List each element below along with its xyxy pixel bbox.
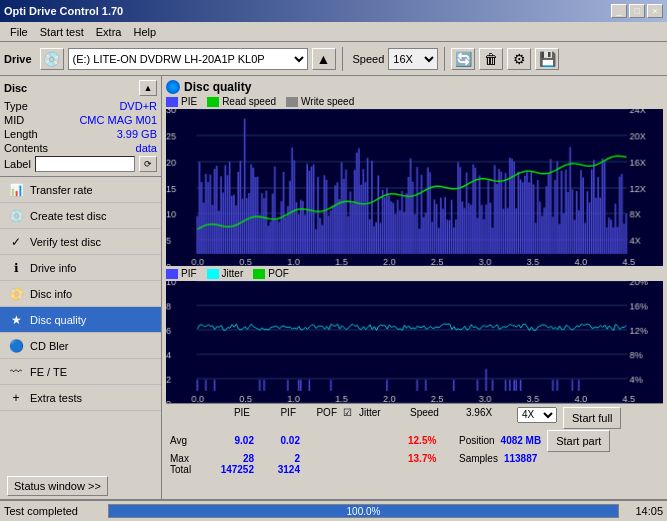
menu-file[interactable]: File [4, 24, 34, 40]
legend-pof-color [253, 269, 265, 279]
disc-length-label: Length [4, 128, 38, 140]
disc-length-row: Length 3.99 GB [4, 128, 157, 140]
progress-text: 100.0% [109, 505, 618, 517]
jitter-max: 13.7% [408, 453, 453, 464]
disc-quality-icon: ★ [8, 312, 24, 328]
disc-contents-label: Contents [4, 142, 48, 154]
legend-read-speed-label: Read speed [222, 96, 276, 107]
nav-item-drive-info[interactable]: ℹ Drive info [0, 255, 161, 281]
chart-title: Disc quality [184, 80, 251, 94]
chart2-canvas [166, 281, 663, 403]
nav-item-disc-quality[interactable]: ★ Disc quality [0, 307, 161, 333]
legend-jitter: Jitter [207, 268, 244, 279]
disc-contents-row: Contents data [4, 142, 157, 154]
pif-avg: 0.02 [260, 435, 300, 446]
status-btn-container: Status window >> [0, 473, 161, 499]
nav-label-extra-tests: Extra tests [30, 392, 82, 404]
avg-label: Avg [170, 435, 198, 446]
disc-title: Disc [4, 82, 27, 94]
stats-avg-row: Avg 9.02 0.02 12.5% Position 4082 MB Sta… [170, 430, 659, 452]
speed-mode-select[interactable]: 4X [517, 407, 557, 423]
position-value: 4082 MB [501, 435, 542, 446]
drive-select[interactable]: (E:) LITE-ON DVDRW LH-20A1P KL0P [68, 48, 308, 70]
nav-item-create-test-disc[interactable]: 💿 Create test disc [0, 203, 161, 229]
stats-pie-header: PIE [200, 407, 250, 429]
nav-item-fe-te[interactable]: 〰 FE / TE [0, 359, 161, 385]
position-label: Position [459, 435, 495, 446]
legend-pof-label: POF [268, 268, 289, 279]
separator-2 [444, 47, 445, 71]
stats-header: PIE PIF POF ☑ Jitter Speed 3.96X 4X Star… [170, 407, 659, 429]
stats-pof-header: POF [302, 407, 337, 429]
start-part-button[interactable]: Start part [547, 430, 610, 452]
stats-speed-value: 3.96X [466, 407, 511, 429]
disc-label-row: Label ⟳ [4, 156, 157, 172]
menu-start-test[interactable]: Start test [34, 24, 90, 40]
nav-item-cd-bler[interactable]: 🔵 CD Bler [0, 333, 161, 359]
erase-button[interactable]: 🗑 [479, 48, 503, 70]
legend-pif: PIF [166, 268, 197, 279]
status-text: Test completed [4, 505, 104, 517]
nav-item-transfer-rate[interactable]: 📊 Transfer rate [0, 177, 161, 203]
left-panel: Disc ▲ Type DVD+R MID CMC MAG M01 Length… [0, 76, 162, 499]
legend-jitter-color [207, 269, 219, 279]
disc-mid-value: CMC MAG M01 [79, 114, 157, 126]
settings-button[interactable]: ⚙ [507, 48, 531, 70]
nav-label-cd-bler: CD Bler [30, 340, 69, 352]
nav-label-fe-te: FE / TE [30, 366, 67, 378]
disc-label-input[interactable] [35, 156, 135, 172]
legend-pif-color [166, 269, 178, 279]
create-test-disc-icon: 💿 [8, 208, 24, 224]
status-window-button[interactable]: Status window >> [7, 476, 108, 496]
chart1-canvas [166, 109, 663, 266]
stats-jitter-header: Jitter [359, 407, 404, 429]
disc-info-icon: 📀 [8, 286, 24, 302]
disc-mid-label: MID [4, 114, 24, 126]
close-button[interactable]: × [647, 4, 663, 18]
title-bar: Opti Drive Control 1.70 _ □ × [0, 0, 667, 22]
minimize-button[interactable]: _ [611, 4, 627, 18]
pif-total: 3124 [260, 464, 300, 475]
verify-test-disc-icon: ✓ [8, 234, 24, 250]
time-label: 14:05 [623, 505, 663, 517]
disc-type-row: Type DVD+R [4, 100, 157, 112]
nav-label-drive-info: Drive info [30, 262, 76, 274]
disc-mid-row: MID CMC MAG M01 [4, 114, 157, 126]
legend-1: PIE Read speed Write speed [166, 96, 663, 107]
disc-type-label: Type [4, 100, 28, 112]
window-controls: _ □ × [611, 4, 663, 18]
disc-label-label: Label [4, 158, 31, 170]
pie-total: 147252 [204, 464, 254, 475]
save-button[interactable]: 💾 [535, 48, 559, 70]
separator-1 [342, 47, 343, 71]
legend-pif-label: PIF [181, 268, 197, 279]
disc-eject-button[interactable]: ▲ [139, 80, 157, 96]
refresh-button[interactable]: 🔄 [451, 48, 475, 70]
menu-bar: File Start test Extra Help [0, 22, 667, 42]
nav-item-verify-test-disc[interactable]: ✓ Verify test disc [0, 229, 161, 255]
nav-label-disc-quality: Disc quality [30, 314, 86, 326]
menu-help[interactable]: Help [127, 24, 162, 40]
stats-section: PIE PIF POF ☑ Jitter Speed 3.96X 4X Star… [166, 403, 663, 478]
legend-pof: POF [253, 268, 289, 279]
legend-jitter-label: Jitter [222, 268, 244, 279]
nav-label-disc-info: Disc info [30, 288, 72, 300]
drive-info-icon: ℹ [8, 260, 24, 276]
disc-section: Disc ▲ Type DVD+R MID CMC MAG M01 Length… [0, 76, 161, 177]
jitter-checkbox[interactable]: ☑ [343, 407, 353, 429]
legend-write-speed: Write speed [286, 96, 354, 107]
drive-label: Drive [4, 53, 32, 65]
maximize-button[interactable]: □ [629, 4, 645, 18]
start-full-button[interactable]: Start full [563, 407, 621, 429]
menu-extra[interactable]: Extra [90, 24, 128, 40]
disc-label-button[interactable]: ⟳ [139, 156, 157, 172]
nav-label-create-test-disc: Create test disc [30, 210, 106, 222]
nav-item-extra-tests[interactable]: + Extra tests [0, 385, 161, 411]
nav-item-disc-info[interactable]: 📀 Disc info [0, 281, 161, 307]
legend-2: PIF Jitter POF [166, 268, 663, 279]
speed-select[interactable]: 16X [388, 48, 438, 70]
legend-read-speed: Read speed [207, 96, 276, 107]
samples-label: Samples [459, 453, 498, 464]
legend-pie-color [166, 97, 178, 107]
eject-button[interactable]: ▲ [312, 48, 336, 70]
